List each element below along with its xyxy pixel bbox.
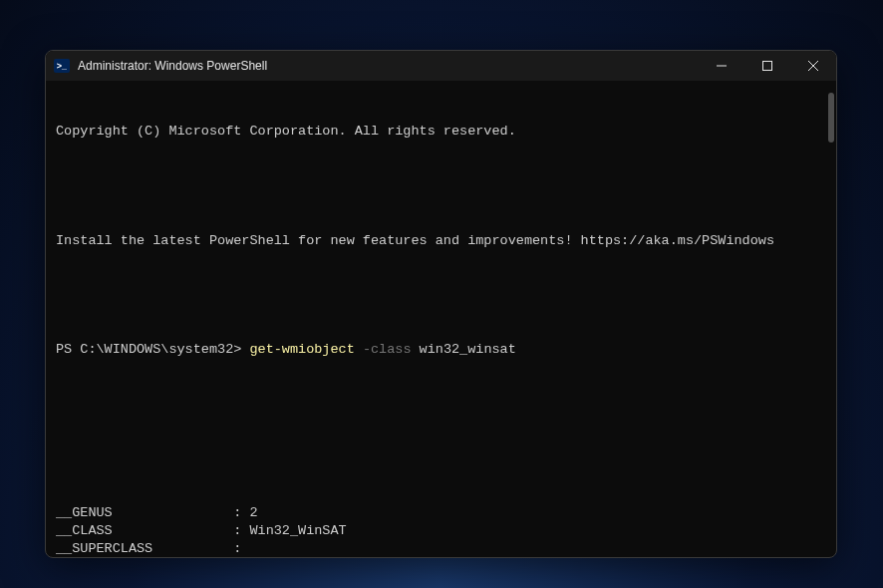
minimize-icon: [717, 61, 727, 71]
maximize-button[interactable]: [744, 51, 790, 81]
scrollbar-thumb[interactable]: [828, 93, 834, 143]
cmdlet: get-wmiobject: [249, 342, 354, 357]
blank-line: [56, 177, 826, 195]
svg-rect-1: [763, 62, 772, 71]
cmd-flag: -class: [363, 342, 412, 357]
close-button[interactable]: [790, 51, 836, 81]
blank-line: [56, 449, 826, 467]
window-controls: [699, 51, 836, 81]
powershell-window: >_ Administrator: Windows PowerShell Cop…: [45, 50, 837, 558]
output-row: __SUPERCLASS :: [56, 540, 826, 557]
titlebar[interactable]: >_ Administrator: Windows PowerShell: [46, 51, 836, 81]
terminal-output[interactable]: Copyright (C) Microsoft Corporation. All…: [46, 81, 836, 557]
prop-value: Win32_WinSAT: [249, 523, 346, 538]
cmd-arg: win32_winsat: [420, 342, 516, 357]
prop-key: __GENUS :: [56, 505, 249, 520]
blank-line: [56, 396, 826, 414]
minimize-button[interactable]: [699, 51, 744, 81]
blank-line: [56, 286, 826, 304]
maximize-icon: [762, 61, 772, 71]
scrollbar[interactable]: [822, 85, 834, 543]
close-icon: [808, 61, 818, 71]
command-line: PS C:\WINDOWS\system32> get-wmiobject -c…: [56, 341, 826, 359]
prop-key: __SUPERCLASS :: [56, 541, 249, 556]
install-msg-line: Install the latest PowerShell for new fe…: [56, 232, 826, 250]
prompt: PS C:\WINDOWS\system32>: [56, 342, 241, 357]
prop-key: __CLASS :: [56, 523, 249, 538]
copyright-line: Copyright (C) Microsoft Corporation. All…: [56, 123, 826, 141]
wmi-output: __GENUS : 2__CLASS : Win32_WinSAT__SUPER…: [56, 504, 826, 557]
output-row: __CLASS : Win32_WinSAT: [56, 522, 826, 540]
powershell-icon: >_: [54, 59, 70, 73]
output-row: __GENUS : 2: [56, 504, 826, 522]
prop-value: 2: [249, 505, 257, 520]
window-title: Administrator: Windows PowerShell: [78, 59, 699, 73]
